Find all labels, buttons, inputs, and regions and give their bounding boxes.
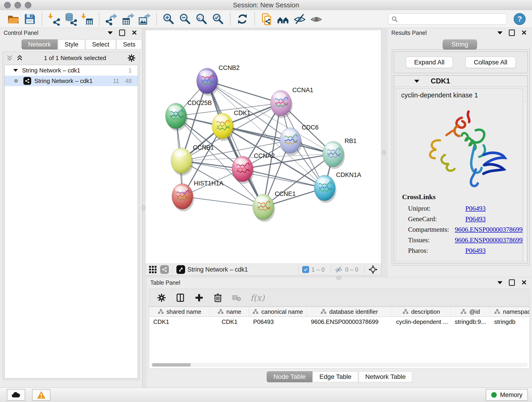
delete-columns-trash-icon[interactable] [213,293,223,303]
tab-style[interactable]: Style [58,39,85,50]
cell-shared-name[interactable]: CDK1 [149,318,210,325]
import-table-from-file-icon[interactable] [80,12,94,26]
expand-all-icon[interactable] [16,55,23,61]
tab-network[interactable]: Network [22,39,57,50]
tab-edge-table[interactable]: Edge Table [313,371,358,382]
panel-float-icon[interactable] [509,30,515,36]
search-input[interactable] [400,15,504,23]
zoom-fit-icon[interactable] [195,12,209,26]
collection-expand-icon[interactable] [13,69,18,72]
import-network-from-database-icon[interactable] [63,12,78,26]
function-builder-icon[interactable]: f(x) [250,293,265,303]
export-network-icon[interactable] [104,12,119,26]
hide-selected-eye-icon[interactable] [293,12,307,26]
column-header-name[interactable]: name [210,307,249,317]
expand-all-button[interactable]: Expand All [406,57,453,68]
selected-nodes-checkbox[interactable] [302,266,309,273]
tab-network-table[interactable]: Network Table [359,371,412,382]
open-in-new-window-icon[interactable] [177,265,185,274]
tab-sets[interactable]: Sets [116,39,142,50]
cell-description[interactable]: cyclin-dependent ... [392,318,451,325]
table-horizontal-scrollbar[interactable] [151,363,528,367]
network-node-cdc6[interactable]: CDC6 [280,124,319,155]
open-file-icon[interactable] [6,12,20,26]
panel-menu-icon[interactable] [497,32,502,34]
splitter-handle-right[interactable] [382,150,386,155]
cell--id[interactable]: stringdb:9... [451,318,490,325]
save-session-icon[interactable] [23,12,37,26]
export-image-icon[interactable] [137,12,152,26]
column-header-database-identifier[interactable]: database identifier [307,307,392,317]
crosshair-icon[interactable] [368,265,378,274]
zoom-out-icon[interactable] [178,12,192,26]
tab-node-table[interactable]: Node Table [267,371,312,382]
collapse-all-button[interactable]: Collapse All [465,57,516,68]
export-table-icon[interactable] [121,12,135,26]
tab-select[interactable]: Select [85,39,116,50]
network-node-hist1h1a[interactable]: HIST1H1A [172,180,223,211]
column-header-description[interactable]: description [392,307,451,317]
cloud-status-button[interactable] [7,389,25,401]
first-neighbors-icon[interactable] [276,12,290,26]
network-node-ccnb1[interactable]: CCNB1 [171,144,214,176]
network-canvas[interactable]: CCNB2CCNA1CDC25BCDK1CDC6RB1CCNB1CCNA2CDK… [146,30,381,263]
cell-namespace[interactable]: stringdb [490,318,530,325]
column-header-shared-name[interactable]: shared name [149,307,210,317]
network-collection-row[interactable]: String Network – cdk1 1 [5,65,138,76]
splitter-handle-left[interactable] [142,205,145,210]
cell-database-identifier[interactable]: 9606.ENSP00000378699 [307,318,392,325]
table-row[interactable]: CDK1CDK1P064939606.ENSP00000378699cyclin… [149,317,530,327]
clone-network-icon[interactable] [260,12,274,26]
show-all-eye-icon[interactable] [309,12,323,26]
crosslink-value-link[interactable]: P06493 [465,205,486,212]
crosslink-row: Tissues:9606.ENSP00000378699 [402,235,523,245]
import-network-from-file-icon[interactable] [47,12,61,26]
cell-canonical-name[interactable]: P06493 [249,318,307,325]
share-network-icon[interactable] [160,265,169,274]
tab-string[interactable]: String [443,39,477,50]
zoom-in-icon[interactable] [162,12,176,26]
network-tree: String Network – cdk1 1 String Network –… [4,65,138,378]
warning-status-button[interactable] [32,389,51,401]
add-column-icon[interactable] [194,293,204,303]
table-settings-gear-icon[interactable] [157,293,167,303]
panel-float-icon[interactable] [119,30,125,36]
panel-menu-icon[interactable] [497,281,502,284]
gear-icon[interactable] [127,53,136,63]
scrollbar-thumb[interactable] [152,363,191,366]
network-node-cdkn1a[interactable]: CDKN1A [314,172,361,203]
delete-table-icon[interactable] [232,293,242,302]
collapse-all-icon[interactable] [6,55,13,61]
crosslink-value-link[interactable]: P06493 [465,247,486,254]
network-node-cdk1[interactable]: CDK1 [212,109,250,141]
panel-close-icon[interactable]: ✕ [521,29,527,36]
gene-collapse-icon[interactable] [414,80,419,83]
splitter-handle-bottom[interactable] [336,276,341,280]
hidden-items-eye-icon[interactable] [335,266,343,273]
crosslink-value-link[interactable]: 9606.ENSP00000378699 [455,236,523,244]
divider [364,266,365,274]
help-button[interactable]: ? [514,13,526,25]
panel-close-icon[interactable]: ✕ [521,279,527,286]
results-vertical-scrollbar[interactable] [523,101,526,261]
toolbar-search-field[interactable] [388,13,507,25]
network-node-ccne1[interactable]: CCNE1 [253,191,296,222]
network-icon [23,77,31,85]
network-row[interactable]: String Network – cdk1 11 48 [5,76,138,86]
network-node-rb1[interactable]: RB1 [323,138,357,169]
column-header-canonical-name[interactable]: canonical name [249,307,307,317]
crosslink-value-link[interactable]: P06493 [465,215,486,223]
memory-button[interactable]: Memory [486,389,528,401]
panel-close-icon[interactable]: ✕ [132,29,137,36]
split-columns-icon[interactable] [175,293,185,303]
gene-entry-header[interactable]: CDK1 [394,76,527,87]
panel-menu-icon[interactable] [108,32,113,34]
panel-float-icon[interactable] [509,279,515,286]
cell-name[interactable]: CDK1 [210,318,249,325]
column-header--id[interactable]: @id [451,307,490,317]
birdseye-view-icon[interactable] [149,265,157,274]
crosslink-value-link[interactable]: 9606.ENSP00000378699 [455,226,523,233]
zoom-selected-icon[interactable] [211,12,225,26]
column-header-namespace[interactable]: namespace [490,307,530,317]
refresh-icon[interactable] [235,12,249,26]
